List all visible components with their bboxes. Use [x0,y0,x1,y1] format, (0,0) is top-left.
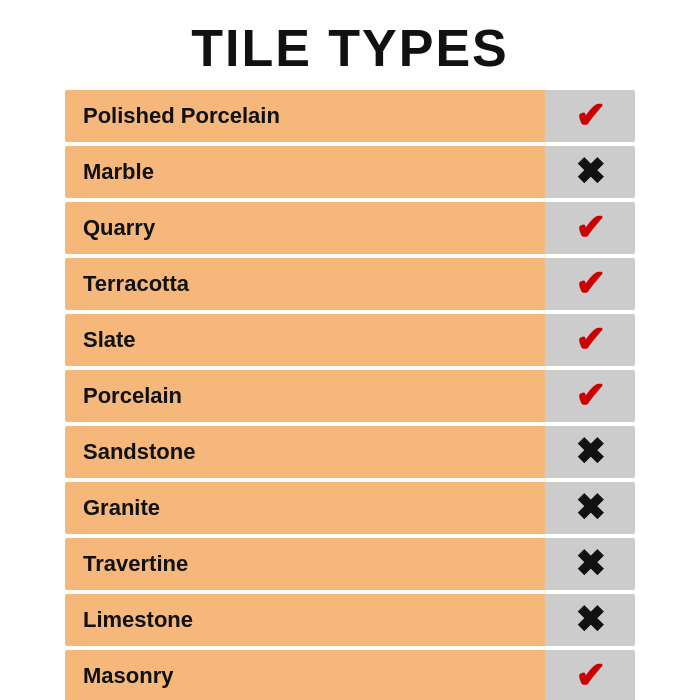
tile-name-label: Granite [65,482,545,534]
check-icon: ✔ [545,202,635,254]
tile-name-label: Limestone [65,594,545,646]
tile-name-label: Polished Porcelain [65,90,545,142]
cross-icon: ✖ [545,538,635,590]
table-row: Slate✔ [65,314,635,366]
tile-name-label: Travertine [65,538,545,590]
table-row: Porcelain✔ [65,370,635,422]
tile-name-label: Masonry [65,650,545,700]
tile-name-label: Marble [65,146,545,198]
table-row: Marble✖ [65,146,635,198]
page-title: TILE TYPES [191,18,509,78]
cross-icon: ✖ [545,482,635,534]
table-row: Granite✖ [65,482,635,534]
tile-name-label: Sandstone [65,426,545,478]
check-icon: ✔ [545,258,635,310]
cross-icon: ✖ [545,146,635,198]
tile-types-table: Polished Porcelain✔Marble✖Quarry✔Terraco… [65,90,635,700]
table-row: Masonry✔ [65,650,635,700]
cross-icon: ✖ [545,594,635,646]
table-row: Terracotta✔ [65,258,635,310]
tile-name-label: Slate [65,314,545,366]
check-icon: ✔ [545,314,635,366]
table-row: Travertine✖ [65,538,635,590]
tile-name-label: Porcelain [65,370,545,422]
check-icon: ✔ [545,650,635,700]
table-row: Limestone✖ [65,594,635,646]
table-row: Sandstone✖ [65,426,635,478]
check-icon: ✔ [545,90,635,142]
table-row: Quarry✔ [65,202,635,254]
tile-name-label: Terracotta [65,258,545,310]
table-row: Polished Porcelain✔ [65,90,635,142]
tile-name-label: Quarry [65,202,545,254]
cross-icon: ✖ [545,426,635,478]
check-icon: ✔ [545,370,635,422]
